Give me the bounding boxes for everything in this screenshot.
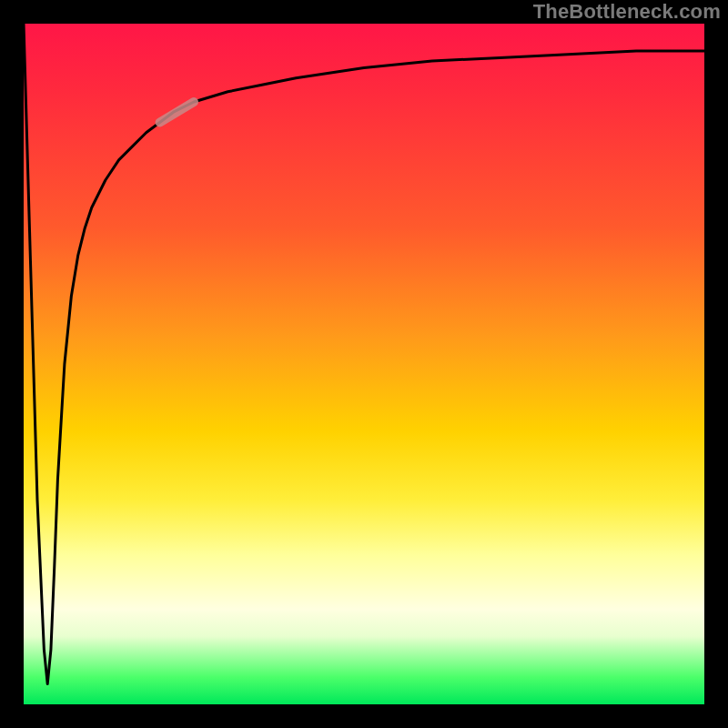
watermark-text: TheBottleneck.com — [533, 0, 721, 24]
plot-background-gradient — [24, 24, 704, 704]
chart-frame: TheBottleneck.com — [0, 0, 728, 728]
